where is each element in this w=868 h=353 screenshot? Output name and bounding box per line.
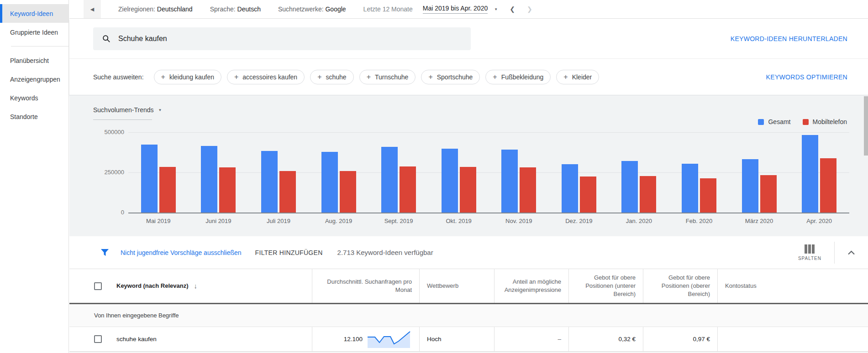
chart-title-underline (93, 119, 152, 120)
suggestion-chip-sportschuhe[interactable]: +Sportschuhe (421, 70, 480, 84)
chart-x-labels: Mai 2019Juni 2019Juli 2019Aug. 2019Sept.… (128, 218, 849, 224)
sidebar-item-standorte[interactable]: Standorte (0, 107, 68, 126)
header-top-bid-high[interactable]: Gebot für obere Positionen (oberer Berei… (643, 269, 717, 303)
sidebar-item-gruppierte-ideen[interactable]: Gruppierte Ideen (0, 23, 68, 42)
bar-gesamt-Okt. 2019 (442, 149, 458, 213)
bar-gesamt-Mai 2019 (141, 145, 158, 213)
select-all-checkbox[interactable] (94, 282, 102, 290)
x-label-März 2020: März 2020 (729, 218, 789, 224)
columns-button[interactable]: SPALTEN (798, 244, 821, 261)
x-label-Okt. 2019: Okt. 2019 (429, 218, 489, 224)
table-filter-bar: Nicht jugendfreie Vorschläge ausschließe… (69, 236, 868, 269)
plus-icon: + (428, 73, 432, 81)
add-filter-button[interactable]: FILTER HINZUFÜGEN (255, 249, 323, 256)
cell-competition: Hoch (419, 327, 494, 351)
bar-mobiltelefon-Okt. 2019 (460, 167, 476, 213)
search-input[interactable] (118, 35, 392, 43)
bar-gesamt-Aug. 2019 (321, 152, 338, 213)
table-row: schuhe kaufen 12.100 Hoch – 0,32 € 0,97 … (69, 327, 868, 352)
keyword-ideas-count: 2.713 Keyword-Ideen verfügbar (337, 249, 433, 256)
suggestion-chip-schuhe[interactable]: +schuhe (310, 70, 354, 84)
bar-gesamt-Nov. 2019 (501, 150, 518, 213)
optimize-keywords-link[interactable]: KEYWORDS OPTIMIEREN (766, 73, 847, 81)
bar-mobiltelefon-Mai 2019 (159, 167, 176, 213)
previous-period-button[interactable]: ❮ (510, 5, 515, 13)
cell-account-status (717, 327, 868, 351)
download-keyword-ideas-link[interactable]: KEYWORD-IDEEN HERUNTERLADEN (731, 35, 847, 42)
targeting-filter-regions[interactable]: Zielregionen: Deutschland (118, 5, 193, 13)
cell-top-bid-high: 0,97 € (643, 327, 717, 351)
period-preset-label: Letzte 12 Monate (363, 5, 413, 13)
suggestion-chip-kleidung-kaufen[interactable]: +kleidung kaufen (154, 70, 221, 84)
date-range-dropdown-icon[interactable]: ▼ (494, 7, 498, 11)
sidebar-item-keyword-ideen[interactable]: Keyword-Ideen (0, 4, 68, 23)
sidebar: Keyword-Ideen Gruppierte Ideen Planübers… (0, 0, 69, 353)
bar-gesamt-Sept. 2019 (381, 147, 398, 213)
cell-keyword: schuhe kaufen (69, 327, 312, 351)
x-axis-line (128, 213, 849, 213)
suggestion-chip-fussbekleidung[interactable]: +Fußbekleidung (485, 70, 551, 84)
targeting-filter-networks[interactable]: Suchnetzwerke: Google (278, 5, 346, 13)
suggestion-chip-accessoires-kaufen[interactable]: +accessoires kaufen (227, 70, 305, 84)
suggestion-chip-kleider[interactable]: +Kleider (556, 70, 599, 84)
settings-topbar: ◀ Zielregionen: Deutschland Sprache: Deu… (69, 0, 868, 19)
row-checkbox[interactable] (94, 335, 102, 343)
sidebar-item-planuebersicht[interactable]: Planübersicht (0, 51, 68, 70)
collapse-table-button[interactable] (847, 250, 855, 255)
search-row: KEYWORD-IDEEN HERUNTERLADEN (69, 19, 868, 58)
x-label-Apr. 2020: Apr. 2020 (789, 218, 849, 224)
header-ad-impression-share[interactable]: Anteil an mögliche Anzeigenimpressione (494, 269, 568, 303)
header-avg-searches[interactable]: Durchschnittl. Suchanfragen pro Monat (312, 269, 419, 303)
bar-group-Apr. 2020 (789, 132, 849, 213)
y-tick-500000: 500000 (88, 129, 124, 135)
suggestion-chip-turnschuhe[interactable]: +Turnschuhe (359, 70, 416, 84)
date-range-selector[interactable]: Mai 2019 bis Apr. 2020 (423, 5, 488, 14)
bar-mobiltelefon-Juli 2019 (279, 171, 296, 213)
bar-mobiltelefon-Sept. 2019 (400, 166, 416, 213)
x-label-Aug. 2019: Aug. 2019 (309, 218, 369, 224)
header-keyword[interactable]: Keyword (nach Relevanz) ↓ (69, 269, 312, 303)
keyword-search-box[interactable] (93, 27, 471, 50)
filter-funnel-icon[interactable] (100, 249, 109, 256)
broaden-search-row: Suche ausweiten: +kleidung kaufen +acces… (69, 59, 868, 95)
sidebar-item-anzeigengruppen[interactable]: Anzeigengruppen (0, 70, 68, 88)
table-header-row: Keyword (nach Relevanz) ↓ Durchschnittl.… (69, 269, 868, 303)
plus-icon: + (367, 73, 371, 81)
bar-group-Juli 2019 (248, 132, 309, 213)
cell-avg-searches: 12.100 (312, 327, 419, 351)
bar-mobiltelefon-Feb. 2020 (700, 178, 716, 213)
bar-gesamt-Juni 2019 (201, 146, 217, 213)
chart-type-selector[interactable]: Suchvolumen-Trends ▼ (93, 106, 162, 114)
bar-gesamt-Feb. 2020 (682, 164, 698, 213)
x-label-Sept. 2019: Sept. 2019 (368, 218, 429, 224)
x-label-Feb. 2020: Feb. 2020 (669, 218, 729, 224)
header-account-status[interactable]: Kontostatus (717, 269, 868, 303)
legend-swatch-mobiltelefon (803, 119, 809, 125)
bar-group-Juni 2019 (189, 132, 249, 213)
keyword-planner-app: Keyword-Ideen Gruppierte Ideen Planübers… (0, 0, 868, 353)
bar-mobiltelefon-Apr. 2020 (820, 158, 836, 213)
targeting-filter-language[interactable]: Sprache: Deutsch (210, 5, 261, 13)
sidebar-divider (11, 46, 68, 47)
collapse-panel-button[interactable]: ◀ (84, 0, 101, 18)
bar-group-Nov. 2019 (489, 132, 549, 213)
bar-group-Jan. 2020 (609, 132, 669, 213)
table-section-row: Von Ihnen eingegebene Begriffe (69, 304, 868, 327)
columns-icon (804, 244, 815, 254)
scrollbar-thumb[interactable] (864, 96, 868, 156)
y-tick-250000: 250000 (88, 169, 124, 176)
sidebar-item-keywords[interactable]: Keywords (0, 88, 68, 107)
bar-group-Mai 2019 (128, 132, 189, 213)
y-tick-0: 0 (88, 209, 124, 216)
cell-ad-impression-share: – (494, 327, 568, 351)
plus-icon: + (161, 73, 165, 81)
chart-title: Suchvolumen-Trends (93, 106, 154, 114)
bar-mobiltelefon-Dez. 2019 (580, 176, 596, 213)
header-top-bid-low[interactable]: Gebot für obere Positionen (unterer Bere… (568, 269, 643, 303)
next-period-button[interactable]: ❯ (527, 5, 532, 13)
exclude-adult-suggestions-link[interactable]: Nicht jugendfreie Vorschläge ausschließe… (121, 249, 242, 256)
legend-item-gesamt: Gesamt (758, 118, 790, 125)
header-competition[interactable]: Wettbewerb (419, 269, 494, 303)
bar-gesamt-Juli 2019 (261, 151, 278, 213)
legend-item-mobiltelefon: Mobiltelefon (803, 118, 847, 125)
